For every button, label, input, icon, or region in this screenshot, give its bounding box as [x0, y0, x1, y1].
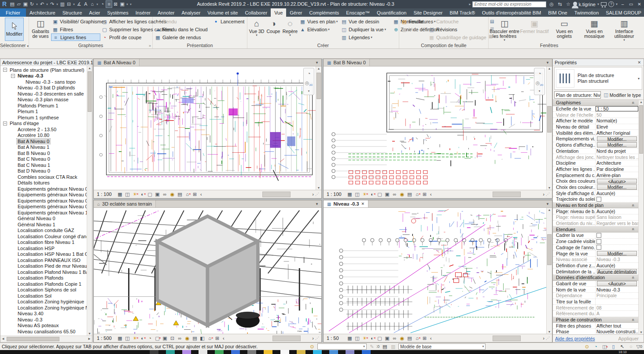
duplicate-view-button[interactable]: ◫Dupliquer la vue▾ — [340, 26, 392, 33]
sheet-button[interactable]: ▤Feuille — [400, 18, 427, 26]
expander-icon[interactable] — [11, 317, 15, 321]
property-row[interactable]: Référencement du...A — [553, 311, 638, 317]
property-row[interactable]: Zone cadrée visible — [553, 239, 638, 245]
open-file-icon[interactable]: ▱ — [15, 0, 22, 8]
scroll-right-icon[interactable]: › — [541, 192, 546, 197]
sun-path-icon[interactable]: ☀ — [131, 336, 139, 341]
property-row[interactable]: Cadrage de l'anno... — [553, 245, 638, 251]
help-caret-icon[interactable]: ▾ — [616, 2, 618, 6]
taskbar-app-sliver[interactable] — [264, 350, 272, 354]
taskbar-app-sliver[interactable] — [362, 350, 371, 354]
title-block-button[interactable]: ▭Cartouche — [427, 18, 488, 26]
shadows-icon[interactable]: ◐ — [139, 336, 146, 341]
analytical-model-icon[interactable]: ⌂ — [413, 192, 421, 197]
property-row[interactable]: Valeur de l'échelle ...50 — [553, 112, 638, 118]
expander-icon[interactable] — [11, 252, 15, 256]
show-crop-icon[interactable]: ▣ — [161, 336, 169, 341]
expander-icon[interactable] — [11, 157, 15, 161]
tree-item[interactable]: Général Niveau 0 — [0, 216, 87, 222]
property-row[interactable]: Référencement de ...08 — [553, 305, 638, 311]
expander-icon[interactable] — [11, 92, 15, 96]
tree-item[interactable]: −Plans de structure (Plan structurel) — [0, 67, 87, 73]
taskbar-app-sliver[interactable] — [231, 350, 240, 354]
sun-path-icon[interactable]: ☀ — [361, 336, 368, 341]
reveal-hidden-elements-icon[interactable]: ◉ — [169, 192, 176, 197]
expander-icon[interactable] — [11, 169, 15, 173]
search-icon[interactable]: ◎ — [548, 1, 555, 7]
scale-control[interactable]: 1 : 500 — [95, 336, 116, 341]
review-warnings-icon[interactable]: ◔ — [592, 344, 599, 350]
expander-icon[interactable]: − — [3, 68, 7, 72]
tab-menu-icon[interactable]: ▼ — [313, 200, 321, 207]
detail-level-icon[interactable]: ▦ — [346, 192, 353, 197]
canvas-horizontal-scrollbar[interactable] — [228, 336, 309, 341]
tree-item[interactable]: Localisation Plafonds — [0, 275, 87, 281]
tree-item[interactable]: Localisation PANNEAUX ISO — [0, 257, 87, 263]
crop-view-icon[interactable]: ▢ — [146, 192, 154, 197]
render-button[interactable]: ☁Rendu — [154, 18, 212, 26]
tree-item[interactable]: Acrotère 10.80 — [0, 133, 87, 139]
expander-icon[interactable] — [11, 151, 15, 155]
browser-horizontal-scrollbar[interactable]: ◄ ► — [0, 336, 92, 342]
taskbar-app-sliver[interactable] — [199, 350, 207, 354]
property-row[interactable]: Graphismes — [553, 100, 638, 106]
ribbon-tab[interactable]: Site Designer — [410, 8, 446, 17]
expander-icon[interactable]: − — [3, 122, 7, 125]
editing-requests-icon[interactable]: ✎ — [369, 344, 375, 350]
expander-icon[interactable] — [11, 264, 15, 268]
resize-grip-icon[interactable]: ⋰ — [546, 336, 551, 340]
ribbon-tab[interactable]: Compléments — [305, 8, 342, 17]
tree-item[interactable]: Niveau canalisations 65.50 — [0, 328, 87, 335]
expander-icon[interactable] — [11, 258, 15, 262]
recent-files-icon[interactable]: ▤ — [9, 0, 15, 8]
viewcube[interactable] — [94, 208, 321, 334]
analytical-model-icon[interactable]: ⌂ — [413, 336, 421, 341]
project-browser-header[interactable]: Arborescence du projet - LBC EXE 2019.10… — [0, 59, 92, 66]
tree-item[interactable]: Equipements généraux Niveau 0 Ba — [0, 198, 87, 204]
ribbon-tab[interactable]: Architecture — [26, 8, 59, 17]
editable-only-toggle-icon[interactable]: ▤ — [382, 344, 388, 350]
taskbar-app-sliver[interactable] — [313, 350, 322, 354]
expander-icon[interactable] — [11, 187, 15, 191]
expander-icon[interactable] — [11, 103, 15, 107]
expander-icon[interactable] — [11, 181, 15, 185]
temporary-hide-isolate-icon[interactable]: ∞ — [391, 192, 398, 197]
tab-fichier[interactable]: Fichier — [0, 8, 26, 17]
drag-elements-on-selection-icon[interactable]: ↖ — [619, 344, 625, 350]
tree-item[interactable]: Bat A Niveau 1 — [0, 144, 87, 151]
scroll-up-icon[interactable]: ▲ — [87, 66, 92, 70]
expander-icon[interactable] — [11, 127, 15, 131]
property-row[interactable]: OrientationNord du projet — [553, 148, 638, 155]
resize-grip-icon[interactable]: ⋰ — [546, 192, 551, 196]
switch-windows-icon[interactable]: ▣ — [119, 0, 125, 8]
scroll-thumb[interactable] — [88, 71, 92, 112]
thin-lines-button[interactable]: ≡Lignes fines — [51, 33, 100, 41]
collapse-icon[interactable]: ‹ — [428, 336, 434, 341]
canvas-vertical-scrollbar[interactable]: ▲▼ — [546, 208, 552, 334]
close-view-icon[interactable]: ✕ — [361, 202, 365, 206]
view-tab[interactable]: ▦Bat B Niveau 0 — [324, 59, 370, 66]
property-row[interactable]: Echelle de la vue1 : 50 — [553, 106, 638, 112]
visual-style-icon[interactable]: ◫ — [124, 336, 131, 341]
scroll-left-icon[interactable]: ◄ — [1, 337, 5, 341]
select-pinned-elements-icon[interactable]: ▯ — [610, 344, 616, 350]
property-row[interactable]: Définition d'une z...Aucun(e) — [553, 263, 638, 269]
select-underlay-elements-icon[interactable]: ◫ — [601, 344, 607, 350]
ribbon-tab[interactable]: Enscape™ — [342, 8, 373, 17]
undo-icon[interactable]: ↶ — [39, 0, 45, 8]
print-icon[interactable]: ▥ — [59, 0, 66, 8]
tree-item[interactable]: Plenum 1 synthese — [0, 114, 87, 121]
section-icon[interactable]: ◔ — [99, 0, 106, 8]
ribbon-tab[interactable]: Outils d'interopérabilité BIM — [478, 8, 545, 17]
drawing-canvas[interactable]: ◔◎2D▾ ▲▼ — [324, 66, 552, 190]
ribbon-tab[interactable]: Volume et site — [204, 8, 241, 17]
property-row[interactable]: Niveau associéNiveau -0.3 — [553, 257, 638, 263]
show-rendering-dialog-icon[interactable]: ◔ — [146, 336, 154, 341]
tab-menu-icon[interactable]: ▼ — [313, 59, 321, 66]
modify-button[interactable]: Modifier — [5, 18, 24, 41]
show-crop-icon[interactable]: ▣ — [383, 336, 391, 341]
tree-item[interactable]: Localisation Zoning hygiènique — [0, 299, 87, 305]
expander-icon[interactable] — [11, 210, 15, 214]
property-row[interactable]: Niveau de détailElevé — [553, 124, 638, 130]
exchange-apps-icon[interactable]: ⇆ — [556, 1, 563, 7]
